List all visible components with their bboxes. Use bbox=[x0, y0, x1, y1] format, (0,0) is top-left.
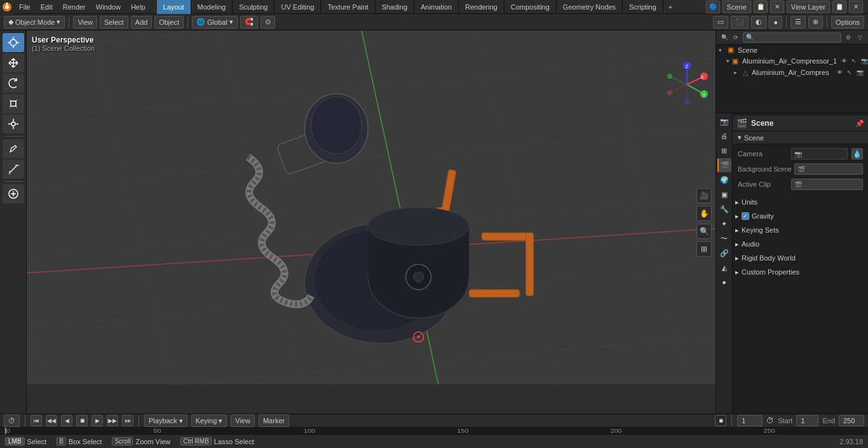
prop-scene-icon[interactable]: 🎬 bbox=[717, 158, 731, 172]
scene-selector[interactable]: Scene bbox=[722, 1, 751, 13]
tab-texture-paint[interactable]: Texture Paint bbox=[321, 0, 375, 14]
rigid-body-section[interactable]: ▸ Rigid Body World bbox=[733, 251, 868, 265]
menu-help[interactable]: Help bbox=[126, 0, 151, 14]
prop-material-icon[interactable]: ● bbox=[717, 275, 731, 289]
tab-layout[interactable]: Layout bbox=[157, 0, 191, 14]
tab-compositing[interactable]: Compositing bbox=[505, 0, 557, 14]
overlays-btn[interactable]: ☰ bbox=[790, 16, 806, 29]
outliner-sync-btn[interactable]: ⟳ bbox=[731, 33, 740, 42]
keying-menu[interactable]: Keying ▾ bbox=[191, 414, 227, 427]
camera-dropper[interactable]: 💧 bbox=[851, 148, 863, 160]
wireframe-btn[interactable]: ▭ bbox=[713, 16, 728, 29]
scale-tool-btn[interactable] bbox=[3, 94, 24, 113]
stop-btn[interactable]: ⏹ bbox=[76, 415, 88, 426]
play-reverse-btn[interactable]: ◀ bbox=[61, 415, 72, 426]
transform-tool-btn[interactable] bbox=[3, 114, 24, 133]
outliner-search[interactable]: 🔍 bbox=[743, 32, 841, 43]
zoom-btn[interactable]: 🔍 bbox=[696, 224, 712, 239]
select-menu[interactable]: Select bbox=[100, 16, 128, 29]
prev-frame-btn[interactable]: ◀◀ bbox=[46, 415, 57, 426]
view-menu[interactable]: View bbox=[73, 16, 97, 29]
active-clip-field[interactable]: 🎬 bbox=[791, 179, 863, 190]
viewport-gizmo[interactable]: X Y Z bbox=[665, 62, 709, 107]
rotate-tool-btn[interactable] bbox=[3, 74, 24, 93]
current-frame-field[interactable]: 1 bbox=[737, 415, 763, 426]
record-btn[interactable]: ⏺ bbox=[715, 415, 726, 426]
mesh-render-icon[interactable]: 📷 bbox=[855, 68, 864, 77]
proportional-btn[interactable]: ⊙ bbox=[261, 16, 275, 29]
options-btn[interactable]: Options bbox=[831, 16, 864, 29]
transform-selector[interactable]: 🌐 Global ▾ bbox=[192, 16, 238, 29]
tab-uv-editing[interactable]: UV Editing bbox=[275, 0, 321, 14]
tab-sculpting[interactable]: Sculpting bbox=[233, 0, 275, 14]
tab-animation[interactable]: Animation bbox=[414, 0, 459, 14]
prop-world-icon[interactable]: 🌍 bbox=[717, 173, 731, 187]
prop-render-icon[interactable]: 📷 bbox=[717, 114, 731, 128]
timeline-ruler[interactable]: 0 50 100 150 200 250 bbox=[0, 428, 868, 434]
material-btn[interactable]: ◐ bbox=[751, 16, 766, 29]
delete-scene-btn[interactable]: ✕ bbox=[770, 1, 784, 13]
outliner-settings-btn[interactable]: ⚙ bbox=[844, 33, 853, 42]
object-menu[interactable]: Object bbox=[154, 16, 184, 29]
new-scene-btn[interactable]: 📋 bbox=[754, 1, 768, 13]
tab-rendering[interactable]: Rendering bbox=[459, 0, 505, 14]
blender-logo[interactable] bbox=[0, 0, 14, 14]
next-frame-btn[interactable]: ▶▶ bbox=[107, 415, 118, 426]
annotate-tool-btn[interactable] bbox=[3, 139, 24, 158]
outliner-filter2-btn[interactable]: ▽ bbox=[855, 33, 864, 42]
prop-output-icon[interactable]: 🖨 bbox=[717, 129, 731, 143]
measure-tool-btn[interactable] bbox=[3, 160, 24, 179]
prop-object-icon[interactable]: ▣ bbox=[717, 187, 731, 201]
keying-sets-section[interactable]: ▸ Keying Sets bbox=[733, 223, 868, 237]
menu-render[interactable]: Render bbox=[58, 0, 91, 14]
view-vis-icon[interactable]: 👁 bbox=[839, 57, 848, 65]
gizmo-btn[interactable]: ⊕ bbox=[808, 16, 823, 29]
outliner-scene-collection[interactable]: ▾ ▣ Scene bbox=[716, 44, 868, 55]
rendered-btn[interactable]: ● bbox=[769, 16, 782, 29]
gravity-checkbox[interactable]: ✓ bbox=[742, 212, 749, 220]
add-menu[interactable]: Add bbox=[131, 16, 153, 29]
timeline-type-btn[interactable]: ⏱ bbox=[4, 414, 20, 427]
mesh-select-icon[interactable]: ↖ bbox=[845, 68, 854, 77]
start-frame-field[interactable]: 1 bbox=[796, 415, 818, 426]
move-tool-btn[interactable] bbox=[3, 53, 24, 72]
custom-props-section[interactable]: ▸ Custom Properties bbox=[733, 265, 868, 279]
tab-scripting[interactable]: Scripting bbox=[623, 0, 663, 14]
local-view-btn[interactable]: ⊞ bbox=[696, 241, 712, 257]
prop-modifier-icon[interactable]: 🔧 bbox=[717, 202, 731, 216]
menu-edit[interactable]: Edit bbox=[36, 0, 58, 14]
end-frame-field[interactable]: 250 bbox=[839, 415, 864, 426]
engine-selector[interactable]: 🔵 bbox=[706, 1, 720, 13]
tab-geometry-nodes[interactable]: Geometry Nodes bbox=[557, 0, 623, 14]
prop-physics-icon[interactable]: 〜 bbox=[717, 231, 731, 245]
prop-pin-btn[interactable]: 📌 bbox=[855, 119, 864, 128]
jump-start-btn[interactable]: ⏮ bbox=[31, 415, 42, 426]
units-section[interactable]: ▸ Units bbox=[733, 195, 868, 209]
outliner-mesh1[interactable]: ▸ △ Aluminium_Air_Compres 👁 ↖ 📷 bbox=[716, 67, 868, 78]
pan-btn[interactable]: ✋ bbox=[696, 206, 712, 221]
outliner-collection1[interactable]: ▾ ▣ Aluminium_Air_Compressor_1 👁 ↖ 📷 bbox=[716, 55, 868, 67]
play-btn[interactable]: ▶ bbox=[92, 415, 103, 426]
prop-particles-icon[interactable]: ✦ bbox=[717, 217, 731, 231]
mesh-view-icon[interactable]: 👁 bbox=[835, 68, 844, 77]
outliner-filter-btn[interactable]: 🔍 bbox=[720, 33, 729, 42]
playback-menu[interactable]: Playback ▾ bbox=[144, 414, 187, 427]
cursor-tool-btn[interactable] bbox=[3, 33, 24, 52]
object-mode-selector[interactable]: ◆ Object Mode ▾ bbox=[4, 16, 65, 29]
new-view-layer-btn[interactable]: 📋 bbox=[832, 1, 846, 13]
tab-shading[interactable]: Shading bbox=[376, 0, 414, 14]
menu-file[interactable]: File bbox=[14, 0, 36, 14]
scene-section-header[interactable]: ▾ Scene bbox=[733, 132, 868, 144]
camera-view-btn[interactable]: 🎥 bbox=[696, 188, 712, 203]
render-vis-icon[interactable]: 📷 bbox=[860, 57, 868, 65]
marker-menu[interactable]: Marker bbox=[259, 414, 289, 427]
gravity-section[interactable]: ▸ ✓ Gravity bbox=[733, 209, 868, 223]
audio-section[interactable]: ▸ Audio bbox=[733, 237, 868, 251]
viewport-3d[interactable]: User Perspective (1) Scene Collection X … bbox=[27, 31, 715, 414]
snap-btn[interactable]: 🧲 bbox=[240, 16, 258, 29]
jump-end-btn[interactable]: ⏭ bbox=[122, 415, 133, 426]
view-menu-tl[interactable]: View bbox=[231, 414, 255, 427]
add-object-tool-btn[interactable] bbox=[3, 184, 24, 203]
prop-constraints-icon[interactable]: 🔗 bbox=[717, 246, 731, 260]
solid-btn[interactable]: ⬛ bbox=[731, 16, 749, 29]
